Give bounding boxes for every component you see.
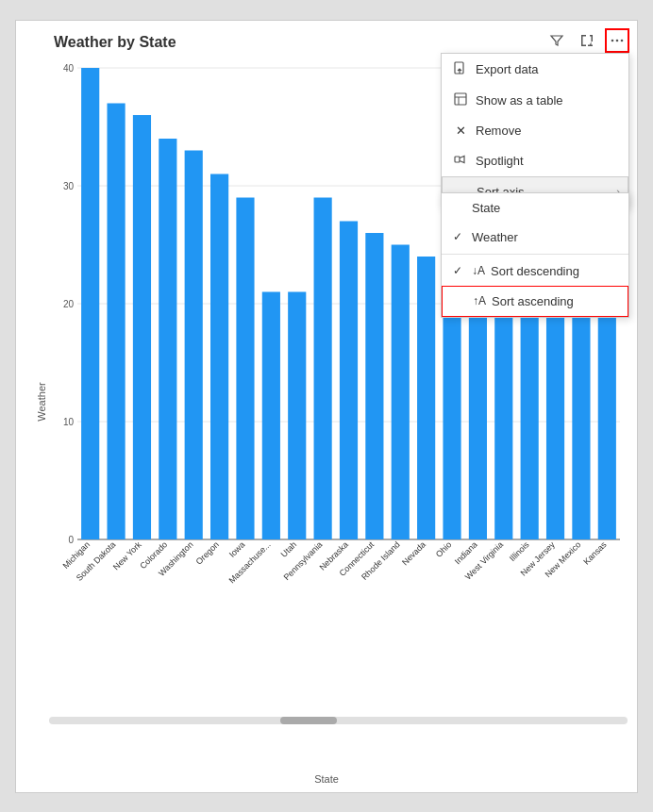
svg-rect-17 [133, 115, 151, 539]
export-icon [453, 61, 468, 77]
menu-label-export: Export data [476, 62, 539, 76]
svg-rect-39 [417, 257, 435, 539]
context-menu: Export data Show as a table ✕ Remove [441, 53, 629, 208]
submenu-item-weather[interactable]: Weather [442, 223, 628, 252]
sort-asc-icon: ↑A [473, 294, 486, 307]
svg-text:Utah: Utah [279, 539, 299, 559]
svg-text:New York: New York [111, 539, 143, 571]
menu-item-export[interactable]: Export data [442, 54, 628, 85]
sort-submenu: State Weather ↓A Sort descending ↑A Sort… [441, 192, 629, 318]
svg-rect-45 [494, 291, 512, 539]
y-axis-label: Weather [36, 382, 47, 421]
svg-rect-53 [598, 304, 616, 539]
svg-rect-47 [521, 280, 539, 539]
submenu-label-weather: Weather [472, 230, 518, 244]
submenu-item-sort-desc[interactable]: ↓A Sort descending [442, 257, 628, 286]
menu-item-table[interactable]: Show as a table [442, 85, 628, 116]
svg-rect-43 [469, 280, 487, 539]
filter-icon[interactable] [544, 28, 569, 53]
chart-container: Weather by State Weather 010203040Michig… [15, 20, 638, 793]
submenu-label-state: State [472, 201, 500, 215]
svg-text:20: 20 [63, 299, 75, 309]
svg-rect-49 [546, 280, 564, 539]
menu-label-spotlight: Spotlight [476, 154, 524, 168]
submenu-label-sort-desc: Sort descending [491, 264, 579, 278]
menu-item-remove[interactable]: ✕ Remove [442, 116, 628, 145]
expand-icon[interactable] [575, 28, 599, 53]
svg-text:10: 10 [63, 417, 75, 427]
svg-rect-15 [107, 103, 125, 539]
toolbar [544, 28, 629, 53]
svg-text:Illinois: Illinois [508, 539, 531, 562]
submenu-label-sort-asc: Sort ascending [492, 294, 574, 308]
submenu-item-state[interactable]: State [442, 193, 628, 223]
svg-text:0: 0 [68, 535, 74, 545]
svg-point-0 [611, 39, 614, 41]
more-icon[interactable] [605, 28, 629, 53]
svg-text:30: 30 [63, 181, 75, 191]
svg-rect-31 [314, 197, 332, 539]
spotlight-icon [453, 153, 468, 169]
svg-text:Kansas: Kansas [581, 539, 609, 566]
svg-text:40: 40 [63, 63, 75, 74]
remove-icon: ✕ [453, 124, 468, 138]
table-icon [453, 92, 468, 108]
svg-text:Oregon: Oregon [194, 539, 221, 566]
svg-rect-13 [81, 68, 99, 539]
x-scrollbar[interactable] [49, 717, 628, 724]
svg-text:Ohio: Ohio [434, 539, 454, 559]
menu-label-table: Show as a table [476, 93, 563, 108]
svg-rect-51 [572, 291, 590, 539]
svg-rect-33 [340, 221, 358, 539]
svg-rect-37 [392, 244, 410, 539]
submenu-divider [442, 254, 628, 255]
menu-label-remove: Remove [476, 124, 521, 138]
submenu-item-sort-asc[interactable]: ↑A Sort ascending [442, 286, 628, 317]
svg-point-1 [616, 39, 619, 41]
svg-point-2 [621, 39, 624, 41]
svg-text:Nevada: Nevada [400, 539, 427, 567]
svg-rect-19 [159, 139, 176, 539]
svg-rect-21 [185, 150, 203, 539]
svg-rect-25 [236, 197, 254, 539]
x-scrollbar-thumb[interactable] [280, 717, 337, 724]
svg-text:Iowa: Iowa [227, 539, 247, 559]
svg-rect-29 [288, 291, 306, 539]
svg-rect-35 [365, 233, 383, 539]
svg-rect-27 [262, 291, 280, 539]
menu-item-spotlight[interactable]: Spotlight [442, 145, 628, 176]
svg-rect-56 [455, 93, 466, 105]
chart-title: Weather by State [54, 34, 628, 51]
sort-desc-icon: ↓A [472, 264, 485, 277]
svg-rect-23 [210, 174, 228, 539]
x-axis-label: State [314, 773, 339, 785]
svg-rect-59 [455, 157, 460, 162]
